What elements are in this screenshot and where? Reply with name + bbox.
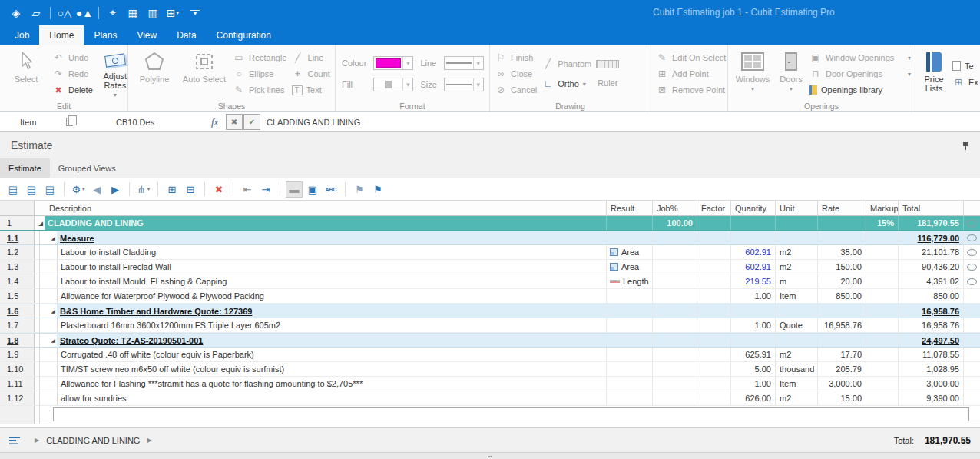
table-row[interactable]: 1.5Allowance for Waterproof Plywood & Pl… [0,289,980,304]
cell-quantity[interactable]: 1.00 [731,377,776,391]
cell-quantity[interactable] [731,304,776,318]
colour-picker[interactable]: ▼ [373,56,413,70]
cell-job[interactable] [653,231,697,244]
tab-configuration[interactable]: Configuration [207,25,281,45]
pin-icon[interactable] [962,141,969,150]
cell-unit[interactable]: thousand [776,362,818,376]
shape-indicator-icon[interactable] [967,220,977,227]
cell-markup[interactable] [866,348,899,361]
row-number[interactable]: 1.4 [0,274,35,288]
templates-button[interactable]: Te [952,59,978,73]
cell-description[interactable]: Allowance for Waterproof Plywood & Plywo… [35,289,607,303]
shape-indicator-icon[interactable] [967,234,977,241]
cell-quantity[interactable]: 219.55 [731,274,776,288]
breadcrumb-levels-icon[interactable] [9,437,20,444]
cell-job[interactable] [653,334,697,347]
flag-next-icon[interactable]: ⚑ [369,181,386,198]
breadcrumb-arrow-icon[interactable]: ▶ [147,437,151,444]
cell-markup[interactable]: 15% [866,216,899,230]
cell-result[interactable] [607,348,653,361]
fill-picker[interactable]: ▼ [373,78,413,91]
cell-markup[interactable] [866,304,899,318]
cell-result[interactable]: Area [607,245,653,259]
cell-total[interactable]: 90,436.20 [899,260,964,274]
cell-factor[interactable] [697,216,731,230]
tools-icon[interactable]: ⚙▾ [70,181,87,198]
edit-on-select-button[interactable]: ✎Edit On Select [656,51,726,65]
breadcrumb[interactable]: CLADDING AND LINING [46,436,140,445]
rectangle-button[interactable]: ▭Rectangle [233,51,287,65]
cell-quantity[interactable]: 602.91 [731,260,776,274]
cell-result[interactable] [607,362,653,376]
cell-markup[interactable] [866,274,899,288]
cell-rate[interactable] [818,334,866,347]
cell-job[interactable]: 100.00 [653,216,697,230]
insert-row-icon[interactable]: ⊞ [164,181,180,198]
cell-total[interactable]: 16,958.76 [899,304,964,318]
windows-button[interactable]: Windows ▾ [733,48,773,100]
find-icon[interactable]: ABC [323,181,339,198]
ruler-button[interactable]: Ruler [598,76,617,90]
indent-icon[interactable]: ⇥ [257,181,274,198]
cell-rate[interactable]: 205.79 [818,362,866,376]
cell-markup[interactable] [866,231,899,244]
cell-markup[interactable] [866,318,899,332]
qat-more-icon[interactable]: ▾ [190,10,200,16]
measure-search-icon[interactable]: ⌖ [103,5,123,22]
doors-button[interactable]: Doors ▾ [777,48,805,100]
row-number[interactable]: 1.3 [0,260,35,274]
cell-markup[interactable] [866,289,899,303]
header-factor[interactable]: Factor [697,201,731,215]
ortho-button[interactable]: ∟Ortho▾ [541,77,591,91]
cell-total[interactable]: 850.00 [899,289,964,303]
shapes-outline-icon[interactable]: ○△ [55,5,74,22]
cell-rate[interactable] [818,231,866,244]
cell-job[interactable] [653,304,697,318]
redo-button[interactable]: ↷Redo [52,67,93,81]
cell-result[interactable] [607,231,653,244]
cell-total[interactable]: 4,391.02 [899,274,964,288]
ellipse-button[interactable]: ○Ellipse [233,67,287,81]
cell-quantity[interactable] [731,231,776,244]
cell-markup[interactable] [866,391,899,405]
cell-quantity[interactable]: 602.91 [731,245,776,259]
cell-result[interactable] [607,318,653,332]
cell-markup[interactable] [866,245,899,259]
fx-icon[interactable]: fx [211,112,218,131]
cell-factor[interactable] [697,304,731,318]
cell-markup[interactable] [866,362,899,376]
close-shape-button[interactable]: ∞Close [495,67,537,81]
row-number[interactable]: 1.1 [0,231,35,244]
grid-menu-icon[interactable]: ⊞▾ [163,5,183,22]
cell-job[interactable] [653,245,697,259]
expander-icon[interactable]: ◢ [39,221,45,226]
row-number[interactable]: 1.8 [0,334,35,347]
door-openings-button[interactable]: ⊓Door Openings▾ [809,67,911,81]
tab-view[interactable]: View [127,25,167,45]
table-row[interactable]: 1.8◢Stratco Quote: TZ-AS-20190501-00124,… [0,333,980,348]
cell-unit[interactable]: m2 [776,391,818,405]
tab-estimate[interactable]: Estimate [0,158,50,178]
cell-rate[interactable]: 15.00 [818,391,866,405]
cell-unit[interactable]: m2 [776,260,818,274]
view-level-3-icon[interactable]: ▤ [41,181,58,198]
cell-rate[interactable]: 16,958.76 [818,318,866,332]
auto-select-button[interactable]: Auto Select [180,48,228,100]
cell-factor[interactable] [697,348,731,361]
tab-job[interactable]: Job [5,25,39,45]
hierarchy-icon[interactable]: ⋔▾ [135,181,152,198]
table-row[interactable]: 1.1◢Measure116,779.00 [0,231,980,245]
header-result[interactable]: Result [607,201,653,215]
cell-unit[interactable] [776,334,818,347]
table-row[interactable]: 1.9Corrugated .48 off white (colour equi… [0,348,980,362]
cell-total[interactable]: 116,779.00 [899,231,964,244]
breadcrumb-arrow-icon[interactable]: ▶ [35,437,39,444]
polyline-button[interactable]: Polyline [133,48,176,100]
cell-quantity[interactable]: 625.91 [731,348,776,361]
cancel-entry-button[interactable]: ✖ [226,114,243,130]
cell-rate[interactable]: 17.70 [818,348,866,361]
cell-description[interactable]: Corrugated .48 off white (colour equiv i… [35,348,607,361]
cell-quantity[interactable]: 1.00 [731,318,776,332]
undo-button[interactable]: ↶Undo [52,51,93,65]
cell-unit[interactable]: Quote [776,318,818,332]
